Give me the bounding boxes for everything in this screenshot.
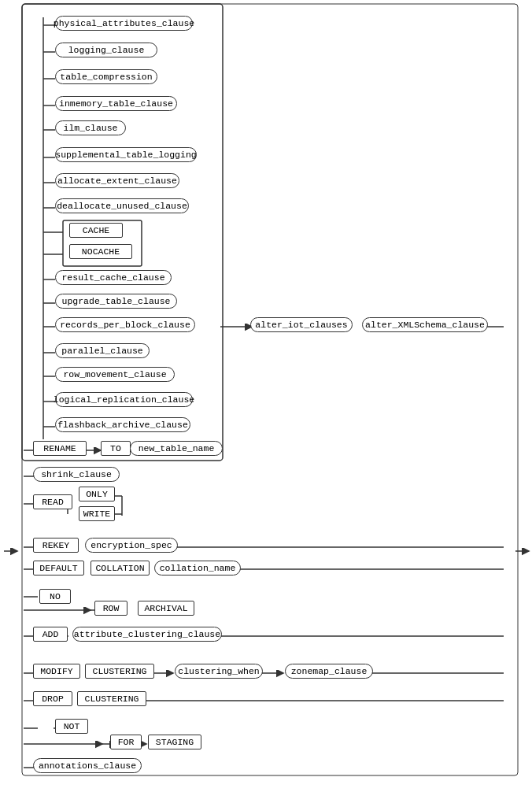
default-node: DEFAULT	[33, 561, 84, 575]
diagram: physical_attributes_clause logging_claus…	[0, 0, 532, 792]
not-node: NOT	[55, 719, 88, 734]
to-node: TO	[101, 441, 131, 456]
clustering-when-node: clustering_when	[175, 664, 263, 679]
attribute-clustering-clause-node: attribute_clustering_clause	[72, 627, 222, 642]
rekey-node: REKEY	[33, 538, 79, 553]
clustering-drop-node: CLUSTERING	[77, 691, 146, 706]
no-node: NO	[39, 589, 71, 604]
result-cache-clause-node: result_cache_clause	[55, 270, 172, 285]
drop-node: DROP	[33, 691, 72, 706]
alter-iot-clauses-node: alter_iot_clauses	[250, 317, 353, 332]
logical-replication-clause-node: logical_replication_clause	[55, 392, 193, 407]
inmemory-table-clause-node: inmemory_table_clause	[55, 96, 177, 111]
only-node: ONLY	[79, 487, 115, 501]
alter-xmlschema-clause-node: alter_XMLSchema_clause	[362, 317, 488, 332]
clustering-modify-node: CLUSTERING	[85, 664, 154, 679]
logging-clause-node: logging_clause	[55, 43, 157, 57]
write-node: WRITE	[79, 506, 115, 521]
encryption-spec-node: encryption_spec	[85, 538, 178, 553]
staging-node: STAGING	[148, 735, 201, 749]
rename-node: RENAME	[33, 441, 87, 456]
ilm-clause-node: ilm_clause	[55, 120, 126, 135]
parallel-clause-node: parallel_clause	[55, 343, 150, 358]
upgrade-table-clause-node: upgrade_table_clause	[55, 294, 177, 309]
svg-rect-4	[22, 4, 518, 775]
add-node: ADD	[33, 627, 68, 642]
nocache-node: NOCACHE	[69, 244, 132, 259]
cache-node: CACHE	[69, 223, 123, 238]
for-node: FOR	[110, 735, 142, 749]
flashback-archive-clause-node: flashback_archive_clause	[55, 417, 190, 432]
modify-node: MODIFY	[33, 664, 80, 679]
records-per-block-clause-node: records_per_block_clause	[55, 317, 195, 332]
row-node: ROW	[94, 601, 127, 616]
allocate-extent-clause-node: allocate_extent_clause	[55, 173, 179, 188]
physical-attributes-clause-node: physical_attributes_clause	[55, 16, 193, 31]
collation-node: COLLATION	[91, 561, 150, 575]
new-table-name-node: new_table_name	[130, 441, 223, 456]
row-movement-clause-node: row_movement_clause	[55, 367, 175, 382]
deallocate-unused-clause-node: deallocate_unused_clause	[55, 198, 189, 213]
table-compression-node: table_compression	[55, 69, 157, 84]
archival-node: ARCHIVAL	[138, 601, 194, 616]
annotations-clause-node: annotations_clause	[33, 758, 142, 773]
supplemental-table-logging-node: supplemental_table_logging	[55, 147, 197, 162]
shrink-clause-node: shrink_clause	[33, 467, 120, 482]
read-node: READ	[33, 494, 72, 509]
zonemap-clause-node: zonemap_clause	[285, 664, 373, 679]
collation-name-node: collation_name	[154, 561, 241, 575]
